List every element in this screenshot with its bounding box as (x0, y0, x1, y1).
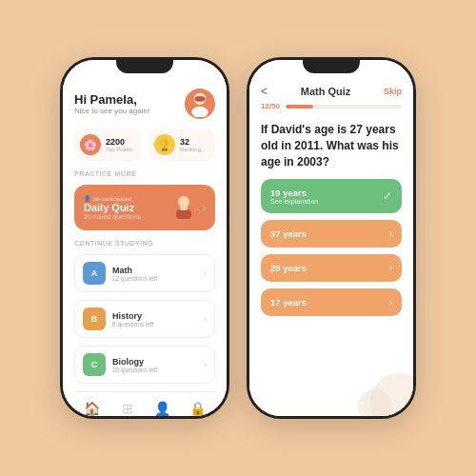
option-3-text: 20 years (270, 263, 307, 273)
points-info: 2200 Top Points (106, 137, 132, 152)
math-chevron: › (204, 268, 207, 278)
history-questions: 6 questions left (112, 321, 154, 327)
study-item-history[interactable]: B History 6 questions left › (74, 300, 215, 338)
svg-rect-3 (195, 96, 206, 101)
quiz-skip-button[interactable]: Skip (384, 87, 402, 96)
history-name: History (112, 311, 154, 321)
study-item-biology[interactable]: C Biology 20 questions left › (74, 346, 215, 384)
history-info: History 6 questions left (112, 311, 154, 327)
option-2-chevron: › (389, 228, 392, 239)
daily-quiz-subtitle: 20 mixed questions (84, 213, 141, 220)
nav-lock[interactable]: 🔒 (188, 398, 208, 419)
option-1[interactable]: 19 years See explanation ✓ (261, 179, 402, 213)
study-section-label: CONTINUE STUDYING (74, 240, 215, 247)
ranking-value: 32 (180, 137, 201, 147)
points-label: Top Points (106, 147, 132, 152)
option-4-chevron: › (389, 297, 392, 307)
biology-info: Biology 20 questions left (112, 357, 157, 373)
option-1-text: 19 years (270, 188, 318, 198)
daily-quiz-right: › (169, 192, 206, 223)
history-chevron: › (204, 314, 207, 324)
right-screen: < Math Quiz Skip 12/50 If David's age is… (249, 60, 413, 416)
quiz-title: Math Quiz (301, 86, 351, 97)
study-item-left-history: B History 6 questions left (83, 307, 154, 330)
option-1-sub: See explanation (270, 198, 318, 205)
study-item-math[interactable]: A Math 12 questions left › (74, 254, 215, 292)
points-icon: 🌸 (80, 134, 101, 155)
daily-quiz-title: Daily Quiz (84, 202, 141, 213)
math-questions: 12 questions left (112, 275, 157, 282)
option-1-info: 19 years See explanation (270, 188, 318, 205)
avatar (185, 89, 215, 119)
option-2[interactable]: 37 years › (261, 220, 402, 248)
daily-quiz-info: 👤 1th participated Daily Quiz 20 mixed q… (84, 195, 141, 220)
daily-quiz-participated: 👤 1th participated (84, 195, 141, 202)
daily-quiz-chevron: › (203, 203, 206, 213)
options-list: 19 years See explanation ✓ 37 years › 20… (261, 179, 402, 407)
study-item-left-biology: C Biology 20 questions left (83, 353, 157, 376)
nav-home[interactable]: 🏠 (82, 398, 103, 419)
notch-left (116, 60, 173, 73)
svg-rect-5 (176, 209, 191, 219)
right-phone: < Math Quiz Skip 12/50 If David's age is… (247, 57, 416, 419)
study-item-left-math: A Math 12 questions left (83, 262, 157, 285)
progress-label: 12/50 (261, 102, 280, 110)
daily-quiz-illustration (169, 192, 199, 223)
ranking-label: Ranking (180, 147, 201, 152)
progress-bar-bg (286, 105, 402, 109)
math-info: Math 12 questions left (112, 266, 157, 282)
math-name: Math (112, 266, 157, 275)
phones-container: Hi Pamela, Nice to see you again! 🌸 (60, 57, 416, 419)
biology-icon: C (83, 353, 106, 376)
biology-questions: 20 questions left (112, 367, 157, 373)
practice-section-label: PRACTICE MORE (74, 170, 215, 177)
bottom-nav: 🏠 ⊞ 👤 🔒 (74, 391, 215, 419)
option-3-chevron: › (389, 263, 392, 273)
stat-ranking: 🏆 32 Ranking (149, 129, 215, 161)
greeting-text: Hi Pamela, Nice to see you again! (74, 92, 149, 115)
option-1-check: ✓ (383, 189, 392, 203)
biology-name: Biology (112, 357, 157, 367)
nav-user[interactable]: 👤 (152, 398, 173, 419)
greeting-title: Hi Pamela, (74, 92, 149, 107)
quiz-header: < Math Quiz Skip (261, 85, 402, 98)
quiz-back-button[interactable]: < (261, 85, 268, 98)
svg-rect-6 (180, 205, 188, 210)
points-value: 2200 (106, 137, 132, 147)
option-2-text: 37 years (270, 228, 307, 239)
left-phone: Hi Pamela, Nice to see you again! 🌸 (60, 57, 229, 419)
biology-chevron: › (204, 360, 207, 369)
option-3[interactable]: 20 years › (261, 254, 402, 282)
math-icon: A (83, 262, 106, 285)
daily-quiz-card[interactable]: 👤 1th participated Daily Quiz 20 mixed q… (74, 185, 215, 230)
history-icon: B (83, 307, 106, 330)
svg-point-1 (191, 107, 208, 117)
progress-bar-fill (286, 105, 313, 109)
notch-right (303, 60, 360, 73)
greeting-subtitle: Nice to see you again! (74, 107, 149, 115)
stat-points: 🌸 2200 Top Points (74, 129, 141, 161)
progress-row: 12/50 (261, 102, 402, 110)
stats-row: 🌸 2200 Top Points 🏆 32 Ranking (74, 129, 215, 161)
question-text: If David's age is 27 years old in 2011. … (261, 122, 402, 169)
ranking-info: 32 Ranking (180, 137, 201, 152)
greeting-row: Hi Pamela, Nice to see you again! (74, 89, 215, 119)
avatar-icon (187, 90, 213, 117)
ranking-icon: 🏆 (154, 134, 175, 155)
nav-grid[interactable]: ⊞ (117, 398, 138, 419)
option-4-text: 17 years (270, 297, 307, 307)
option-4[interactable]: 17 years › (261, 288, 402, 316)
left-screen: Hi Pamela, Nice to see you again! 🌸 (63, 60, 227, 416)
